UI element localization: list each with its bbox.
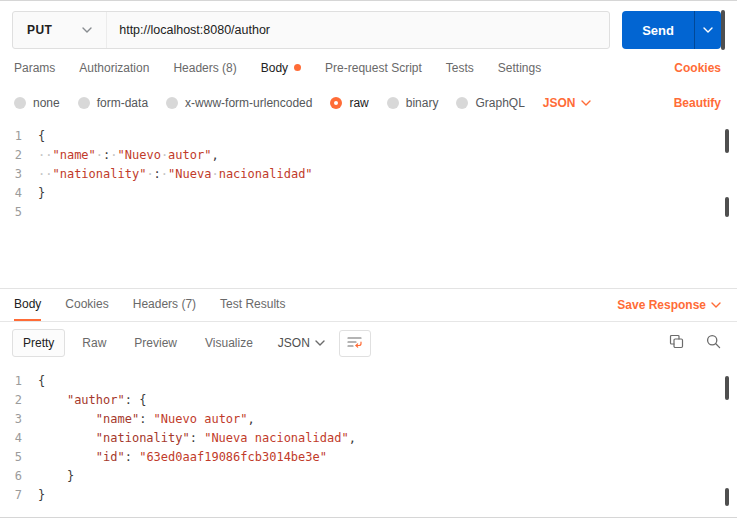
radio-button (330, 97, 342, 109)
save-response-label: Save Response (617, 298, 706, 312)
code-line: 7} (0, 486, 737, 505)
response-code: 1{2 "author": {3 "name": "Nuevo autor",4… (0, 372, 737, 505)
request-tab-tests[interactable]: Tests (446, 61, 474, 75)
body-mode-binary[interactable]: binary (387, 96, 439, 110)
view-tab-pretty[interactable]: Pretty (12, 329, 65, 357)
line-number: 6 (0, 467, 38, 486)
line-content: { (38, 127, 45, 146)
tab-label: Params (14, 61, 55, 75)
mode-label: binary (406, 96, 439, 110)
radio-button (14, 97, 26, 109)
request-tab-authorization[interactable]: Authorization (79, 61, 149, 75)
unsaved-changes-dot (294, 64, 301, 71)
code-line: 6 } (0, 467, 737, 486)
request-bar: PUT http://localhost:8080/author Send (12, 11, 721, 49)
language-label: JSON (543, 96, 576, 110)
tab-label: Headers (7) (133, 297, 196, 311)
toolbar-right (669, 334, 721, 352)
send-group: Send (622, 11, 721, 49)
request-tab-settings[interactable]: Settings (498, 61, 541, 75)
response-body-viewer[interactable]: 1{2 "author": {3 "name": "Nuevo autor",4… (0, 364, 737, 518)
method-select[interactable]: PUT (13, 12, 107, 48)
mode-label: x-www-form-urlencoded (185, 96, 312, 110)
send-button[interactable]: Send (622, 11, 694, 49)
tab-label: Headers (8) (173, 61, 236, 75)
code-line: 1{ (0, 127, 737, 146)
text-wrap-icon (347, 336, 362, 351)
body-mode-form-data[interactable]: form-data (78, 96, 148, 110)
line-number: 1 (0, 127, 38, 146)
line-number: 1 (0, 372, 38, 391)
body-mode-none[interactable]: none (14, 96, 60, 110)
line-content: "id": "63ed0aaf19086fcb3014be3e" (38, 448, 327, 467)
scrollbar-thumb[interactable] (721, 10, 725, 50)
code-line: 4} (0, 184, 737, 203)
request-code: 1{2··"name"·:·"Nuevo·autor",3··"national… (0, 127, 737, 222)
mode-label: none (33, 96, 60, 110)
view-tab-preview[interactable]: Preview (123, 329, 188, 357)
code-line: 1{ (0, 372, 737, 391)
scrollbar-mark (725, 488, 729, 506)
mode-label: form-data (97, 96, 148, 110)
line-number: 3 (0, 165, 38, 184)
beautify-link[interactable]: Beautify (674, 96, 721, 110)
body-mode-graphql[interactable]: GraphQL (456, 96, 524, 110)
line-content: "author": { (38, 391, 146, 410)
copy-response-button[interactable] (669, 334, 684, 352)
wrap-text-button[interactable] (339, 330, 371, 357)
line-content: "name": "Nuevo autor", (38, 410, 255, 429)
send-options-button[interactable] (694, 11, 721, 49)
tab-label: Body (14, 297, 41, 311)
body-modes: noneform-datax-www-form-urlencodedrawbin… (14, 96, 543, 110)
view-tab-raw[interactable]: Raw (71, 329, 117, 357)
request-tab-pre-request-script[interactable]: Pre-request Script (325, 61, 422, 75)
code-line: 2 "author": { (0, 391, 737, 410)
url-group: PUT http://localhost:8080/author (12, 11, 610, 49)
line-number: 5 (0, 448, 38, 467)
line-number: 4 (0, 184, 38, 203)
code-line: 4 "nationality": "Nueva nacionalidad", (0, 429, 737, 448)
request-body-editor[interactable]: 1{2··"name"·:·"Nuevo·autor",3··"national… (0, 119, 737, 288)
response-tab-body[interactable]: Body (14, 289, 41, 321)
response-language-select[interactable]: JSON (278, 336, 325, 350)
body-mode-raw[interactable]: raw (330, 96, 368, 110)
request-tab-params[interactable]: Params (14, 61, 55, 75)
save-response-button[interactable]: Save Response (617, 289, 721, 321)
mode-label: GraphQL (475, 96, 524, 110)
response-tab-test-results[interactable]: Test Results (220, 289, 285, 321)
tab-label: Body (261, 61, 288, 75)
body-mode-x-www-form-urlencoded[interactable]: x-www-form-urlencoded (166, 96, 312, 110)
line-number: 2 (0, 146, 38, 165)
response-tab-headers-7[interactable]: Headers (7) (133, 289, 196, 321)
response-view-tabs: PrettyRawPreviewVisualize (12, 329, 270, 357)
line-content: { (38, 372, 45, 391)
radio-button (166, 97, 178, 109)
line-number: 4 (0, 429, 38, 448)
response-tabs-row: BodyCookiesHeaders (7)Test Results Save … (0, 289, 737, 322)
tab-label: Test Results (220, 297, 285, 311)
search-response-button[interactable] (706, 334, 721, 352)
scrollbar-thumb[interactable] (725, 129, 729, 153)
postman-request-pane: PUT http://localhost:8080/author Send Pa… (0, 0, 737, 518)
line-number: 7 (0, 486, 38, 505)
response-tab-cookies[interactable]: Cookies (65, 289, 108, 321)
code-line: 3 "name": "Nuevo autor", (0, 410, 737, 429)
radio-button (387, 97, 399, 109)
request-tabs-row: ParamsAuthorizationHeaders (8)BodyPre-re… (0, 49, 737, 86)
line-number: 2 (0, 391, 38, 410)
response-tabs: BodyCookiesHeaders (7)Test Results (14, 289, 285, 321)
copy-icon (669, 334, 684, 352)
line-content: } (38, 467, 74, 486)
body-language-select[interactable]: JSON (543, 96, 591, 110)
url-input[interactable]: http://localhost:8080/author (107, 12, 609, 48)
scrollbar-thumb[interactable] (725, 376, 729, 400)
body-mode-row: noneform-datax-www-form-urlencodedrawbin… (0, 86, 737, 119)
chevron-down-icon (711, 302, 721, 308)
tab-label: Tests (446, 61, 474, 75)
request-tab-body[interactable]: Body (261, 61, 301, 75)
cookies-link[interactable]: Cookies (674, 61, 721, 75)
view-tab-visualize[interactable]: Visualize (194, 329, 264, 357)
request-tab-headers-8[interactable]: Headers (8) (173, 61, 236, 75)
method-label: PUT (27, 23, 52, 37)
line-number: 5 (0, 203, 38, 222)
